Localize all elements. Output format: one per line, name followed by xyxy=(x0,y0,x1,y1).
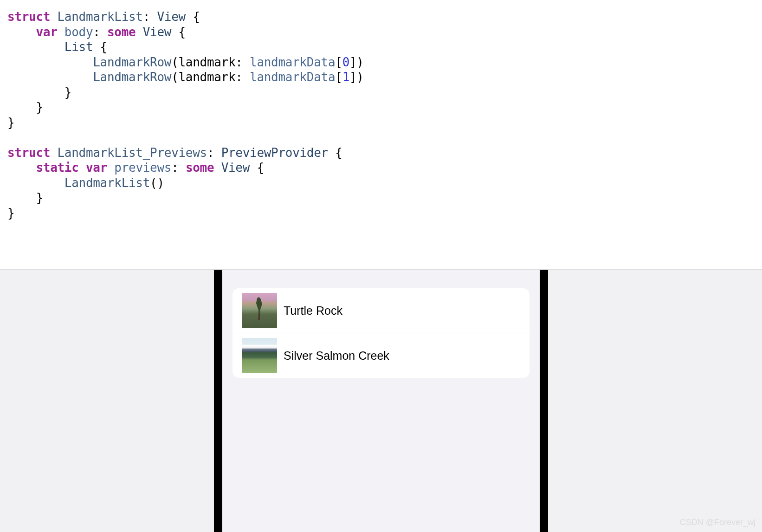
list-row[interactable]: Silver Salmon Creek xyxy=(232,333,530,378)
phone-preview: Turtle RockSilver Salmon Creek xyxy=(214,270,548,532)
phone-screen[interactable]: Turtle RockSilver Salmon Creek xyxy=(222,270,540,532)
preview-canvas: Turtle RockSilver Salmon Creek CSDN @For… xyxy=(0,269,762,532)
phone-bezel: Turtle RockSilver Salmon Creek xyxy=(214,270,548,532)
row-label: Silver Salmon Creek xyxy=(284,349,389,363)
list-container: Turtle RockSilver Salmon Creek xyxy=(232,288,530,378)
row-thumbnail xyxy=(242,293,277,328)
list-row[interactable]: Turtle Rock xyxy=(232,288,530,333)
code-editor[interactable]: struct LandmarkList: View { var body: so… xyxy=(0,0,762,269)
watermark-text: CSDN @Forever_wj xyxy=(680,518,756,527)
row-thumbnail xyxy=(242,338,277,373)
row-label: Turtle Rock xyxy=(284,304,342,318)
